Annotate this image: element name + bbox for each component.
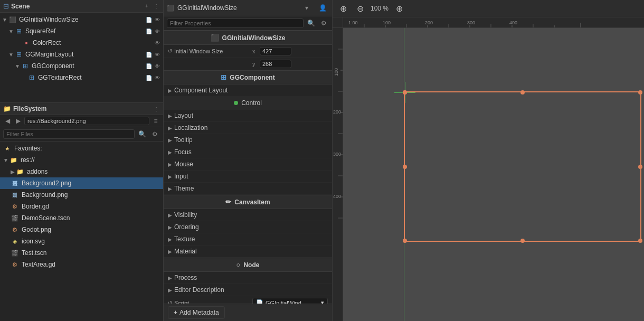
tree-label-ggInitialWindowSize: GGInitialWindowSize — [19, 16, 145, 23]
tree-visibility-icon-4[interactable]: 👁 — [154, 62, 161, 70]
inspector-dropdown-button[interactable]: ▾ — [301, 3, 312, 13]
tree-visibility-icon-2[interactable]: 👁 — [154, 39, 161, 46]
filter-properties-options-icon[interactable]: ⚙ — [318, 18, 329, 29]
section-ggComponent[interactable]: ⊞ GGComponent — [164, 70, 332, 84]
group-focus[interactable]: ▶ Focus — [164, 146, 332, 158]
scene-tree: ▼ ⬛ GGInitialWindowSize 📄 👁 ▼ ⊞ SquareRe… — [0, 13, 163, 102]
fs-collapse-res: ▼ — [3, 157, 8, 163]
viewport-canvas[interactable]: 1:00 100 200 300 400 — [333, 17, 644, 321]
nav-back-button[interactable]: ◀ — [3, 117, 12, 125]
nav-layout-button[interactable]: ≡ — [151, 117, 160, 125]
handle-bottom-middle[interactable] — [520, 239, 525, 243]
fs-item-textarea[interactable]: ⚙ TextArea.gd — [0, 259, 163, 270]
group-input[interactable]: ▶ Input — [164, 171, 332, 183]
filesystem-filter-input[interactable] — [3, 129, 135, 139]
tree-script-icon-1[interactable]: 📄 — [145, 27, 153, 35]
script-label: Script — [174, 300, 189, 304]
scene-add-button[interactable]: + — [143, 3, 150, 10]
nav-forward-button[interactable]: ▶ — [14, 117, 22, 125]
svg-icon-icon: ◈ — [11, 237, 19, 246]
tree-item-colorRect[interactable]: ▪ ColorRect 👁 — [0, 37, 163, 49]
group-mouse[interactable]: ▶ Mouse — [164, 158, 332, 171]
group-texture[interactable]: ▶ Texture — [164, 233, 332, 246]
fs-item-background2[interactable]: 🖼 Background2.png — [0, 177, 163, 189]
tree-item-ggInitialWindowSize[interactable]: ▼ ⬛ GGInitialWindowSize 📄 👁 — [0, 14, 163, 25]
tree-visibility-icon-3[interactable]: 👁 — [154, 51, 161, 58]
viewport-zoom-plus-button[interactable]: ⊕ — [393, 2, 405, 15]
inspector-scroll: ⊞ GGComponent ▶ Component Layout Control… — [164, 70, 332, 304]
fs-item-test[interactable]: 🎬 Test.tscn — [0, 247, 163, 259]
viewport-zoom-minus-button[interactable]: ⊖ — [354, 2, 366, 15]
inspector-user-icon[interactable]: 👤 — [316, 2, 329, 14]
tree-script-icon-0[interactable]: 📄 — [145, 16, 153, 23]
path-display: res://Background2.png — [24, 117, 149, 125]
filesystem-header: 📁 FileSystem ⋮ — [0, 103, 163, 115]
tree-item-ggTextureRect[interactable]: ⊞ GGTextureRect 📄 👁 — [0, 72, 163, 83]
arrow-tooltip: ▶ — [168, 137, 172, 143]
fs-item-godot[interactable]: ⚙ Godot.png — [0, 224, 163, 235]
tree-script-icon-4[interactable]: 📄 — [145, 62, 153, 70]
fs-label-godot: Godot.png — [22, 226, 51, 233]
window-size-x-input[interactable] — [260, 47, 291, 55]
group-material[interactable]: ▶ Material — [164, 246, 332, 258]
handle-top-left[interactable] — [403, 90, 407, 95]
ruler-horizontal: 1:00 100 200 300 400 — [343, 17, 644, 28]
filesystem-menu-button[interactable]: ⋮ — [153, 105, 160, 112]
group-componentLayout[interactable]: ▶ Component Layout — [164, 84, 332, 97]
tree-visibility-icon-5[interactable]: 👁 — [154, 74, 161, 81]
group-ordering[interactable]: ▶ Ordering — [164, 221, 332, 233]
tree-item-ggMarginLayout[interactable]: ▼ ⊞ GGMarginLayout 📄 👁 — [0, 49, 163, 60]
handle-bottom-right[interactable] — [638, 239, 642, 243]
fs-item-icon[interactable]: ◈ icon.svg — [0, 235, 163, 247]
tree-script-icon-3[interactable]: 📄 — [145, 51, 153, 58]
tree-item-ggComponent[interactable]: ▼ ⊞ GGComponent 📄 👁 — [0, 60, 163, 72]
inspector-filter-input[interactable] — [167, 18, 304, 28]
add-metadata-button[interactable]: + Add Metadata — [168, 306, 225, 319]
fs-item-border[interactable]: ⚙ Border.gd — [0, 201, 163, 212]
arrow-mouse: ▶ — [168, 162, 172, 167]
filter-options-icon[interactable]: ⚙ — [149, 129, 160, 139]
group-process[interactable]: ▶ Process — [164, 272, 332, 284]
section-node[interactable]: ○ Node — [164, 258, 332, 272]
tree-visibility-icon-0[interactable]: 👁 — [154, 16, 161, 23]
script-selector[interactable]: 📄 GGInitialWind... ▾ — [252, 298, 328, 304]
viewport-crosshair-icon[interactable]: ⊕ — [337, 2, 349, 15]
fs-item-res[interactable]: ▼ 📁 res:// — [0, 154, 163, 166]
fs-favorites-header[interactable]: ★ Favorites: — [0, 143, 163, 154]
group-editorDescription[interactable]: ▶ Editor Description — [164, 284, 332, 296]
window-size-y-input[interactable] — [260, 60, 291, 68]
arrow-material: ▶ — [168, 249, 172, 254]
group-tooltip[interactable]: ▶ Tooltip — [164, 134, 332, 146]
handle-middle-left[interactable] — [403, 165, 407, 169]
canvas-drawing-area[interactable] — [343, 28, 644, 321]
filter-search-icon[interactable]: 🔍 — [137, 129, 147, 139]
tree-item-squareRef[interactable]: ▼ ⊞ SquareRef 📄 👁 — [0, 25, 163, 37]
x-axis-label: x — [252, 48, 258, 54]
handle-top-right[interactable] — [638, 90, 642, 95]
group-theme[interactable]: ▶ Theme — [164, 183, 332, 195]
script-dropdown-icon: ▾ — [321, 299, 324, 304]
collapse-arrow-root: ▼ — [2, 17, 7, 23]
section-ggInitialWindowSize[interactable]: ⬛ GGInitialWindowSize — [164, 31, 332, 45]
scene-menu-button[interactable]: ⋮ — [153, 3, 160, 10]
group-layout[interactable]: ▶ Layout — [164, 110, 332, 122]
group-localization[interactable]: ▶ Localization — [164, 122, 332, 134]
fs-item-demoScene[interactable]: 🎬 DemoScene.tscn — [0, 212, 163, 224]
tree-visibility-icon-1[interactable]: 👁 — [154, 27, 161, 35]
handle-middle-right[interactable] — [638, 165, 642, 169]
section-canvasItem[interactable]: ✏ CanvasItem — [164, 195, 332, 209]
reset-icon-script[interactable]: ↺ — [168, 300, 172, 304]
fs-item-background[interactable]: 🖼 Background.png — [0, 189, 163, 201]
filter-properties-search-icon[interactable]: 🔍 — [306, 18, 316, 29]
handle-bottom-left[interactable] — [403, 239, 407, 243]
property-window-size-y: y — [164, 58, 332, 70]
filesystem-title: FileSystem — [13, 105, 46, 112]
svg-text:400: 400 — [509, 20, 517, 25]
group-visibility[interactable]: ▶ Visibility — [164, 209, 332, 221]
section-label-node: Node — [243, 261, 259, 269]
handle-top-middle[interactable] — [520, 90, 525, 95]
fs-item-addons[interactable]: ▶ 📁 addons — [0, 166, 163, 177]
tree-script-icon-5[interactable]: 📄 — [145, 74, 153, 81]
reset-icon-window-size[interactable]: ↺ — [168, 48, 172, 54]
scene-rect[interactable] — [404, 91, 641, 242]
